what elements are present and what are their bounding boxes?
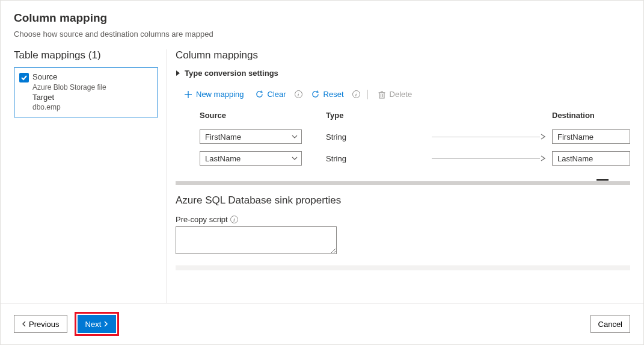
page-title: Column mapping (14, 11, 630, 25)
mapping-arrow (432, 155, 552, 162)
chevron-right-icon (103, 321, 108, 327)
refresh-icon (255, 90, 264, 99)
panel-splitter[interactable] (176, 181, 630, 185)
trash-icon (378, 90, 386, 99)
next-button[interactable]: Next (78, 315, 117, 333)
destination-column-value: LastName (557, 154, 593, 163)
horizontal-scrollbar[interactable] (176, 266, 630, 270)
wizard-footer: Previous Next Cancel (1, 303, 643, 344)
previous-button[interactable]: Previous (14, 315, 67, 333)
content-area: Column mapping Choose how source and des… (1, 1, 643, 303)
mapping-type-value: String (326, 132, 432, 141)
destination-column-field[interactable]: FirstName (552, 129, 630, 144)
splitter-handle-icon (596, 179, 609, 181)
mapping-checkbox[interactable] (19, 73, 29, 82)
source-column-select[interactable]: FirstName (200, 129, 302, 144)
reset-icon (311, 90, 320, 99)
new-mapping-label: New mapping (196, 90, 244, 99)
col-source-header: Source (200, 111, 326, 120)
delete-button: Delete (375, 89, 415, 100)
info-icon[interactable]: i (230, 216, 238, 223)
mapping-toolbar: New mapping Clear i Reset i (176, 89, 630, 100)
destination-column-value: FirstName (557, 132, 593, 141)
cancel-label: Cancel (598, 320, 622, 329)
source-column-value: LastName (205, 154, 241, 163)
info-icon[interactable]: i (352, 90, 360, 98)
mapping-target-value: dbo.emp (32, 102, 106, 112)
reset-button[interactable]: Reset (308, 89, 346, 100)
new-mapping-button[interactable]: New mapping (182, 89, 247, 100)
source-column-value: FirstName (205, 132, 241, 141)
previous-label: Previous (29, 320, 60, 329)
two-column-layout: Table mappings (1) Source Azure Blob Sto… (14, 49, 630, 303)
check-icon (20, 74, 28, 81)
reset-label: Reset (324, 90, 344, 99)
mapping-source-value: Azure Blob Storage file (32, 82, 106, 92)
precopy-label: Pre-copy script (176, 215, 228, 224)
type-conversion-toggle[interactable]: Type conversion settings (176, 69, 630, 78)
arrow-right-icon (540, 155, 546, 162)
mapping-card-body: Source Azure Blob Storage file Target db… (32, 72, 106, 112)
table-mappings-panel: Table mappings (1) Source Azure Blob Sto… (14, 49, 158, 303)
mapping-arrow (432, 133, 552, 140)
chevron-down-icon (292, 157, 298, 160)
precopy-script-input[interactable] (176, 226, 337, 254)
svg-rect-3 (379, 93, 384, 98)
destination-column-field[interactable]: LastName (552, 151, 630, 166)
col-destination-header: Destination (552, 111, 630, 120)
clear-label: Clear (268, 90, 286, 99)
delete-label: Delete (390, 90, 412, 99)
column-mapping-page: Column mapping Choose how source and des… (0, 0, 644, 345)
cancel-button[interactable]: Cancel (590, 315, 630, 333)
arrow-right-icon (540, 133, 546, 140)
column-mappings-panel: Column mappings Type conversion settings… (167, 49, 630, 303)
precopy-label-row: Pre-copy script i (176, 215, 630, 224)
toolbar-separator (367, 90, 368, 99)
col-type-header: Type (326, 111, 432, 120)
chevron-left-icon (22, 321, 26, 327)
page-subtitle: Choose how source and destination column… (14, 30, 630, 39)
mapping-target-label: Target (32, 92, 106, 103)
column-mappings-heading: Column mappings (176, 49, 630, 61)
mapping-row: LastName String LastName (176, 148, 630, 169)
table-mappings-heading: Table mappings (1) (14, 49, 158, 61)
mapping-source-label: Source (32, 72, 106, 82)
svg-marker-0 (176, 70, 180, 76)
info-icon[interactable]: i (295, 90, 302, 98)
chevron-right-icon (176, 70, 181, 76)
table-mapping-card[interactable]: Source Azure Blob Storage file Target db… (14, 67, 158, 117)
clear-button[interactable]: Clear (253, 89, 289, 100)
mapping-type-value: String (326, 154, 432, 163)
type-conversion-label: Type conversion settings (185, 69, 278, 78)
plus-icon (184, 90, 192, 99)
mapping-table-header: Source Type Destination (176, 107, 630, 126)
chevron-down-icon (292, 135, 298, 138)
source-column-select[interactable]: LastName (200, 151, 302, 166)
mapping-row: FirstName String FirstName (176, 126, 630, 148)
next-label: Next (85, 320, 102, 329)
sink-properties-heading: Azure SQL Database sink properties (176, 194, 630, 207)
next-button-highlight: Next (75, 312, 120, 336)
